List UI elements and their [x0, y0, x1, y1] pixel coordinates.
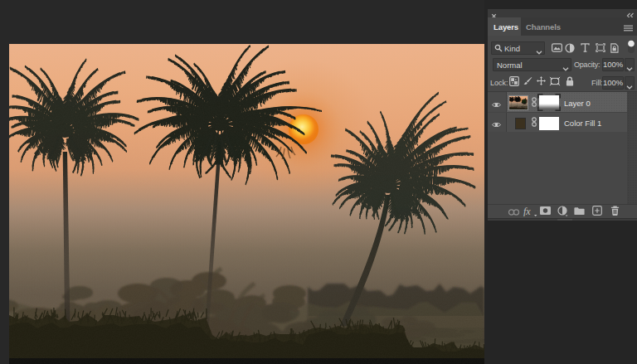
svg-text:fx: fx: [523, 206, 531, 216]
